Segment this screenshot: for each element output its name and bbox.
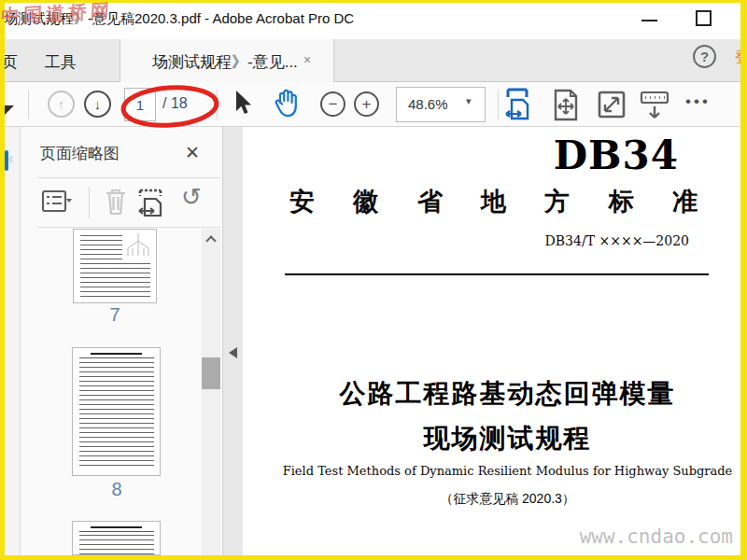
tab-bar: 页 工具 场测试规程》-意见... × [0, 39, 747, 82]
zoom-out-button[interactable]: − [320, 91, 345, 117]
collapse-panel-arrow[interactable] [229, 347, 237, 358]
full-screen-button[interactable] [597, 90, 627, 123]
fit-page-button[interactable] [552, 89, 580, 126]
standard-name-row: 安 徽 省 地 方 标 准 [289, 185, 698, 218]
frame-border [0, 555, 747, 560]
thumbnail-page-content [79, 357, 154, 358]
zoom-level-value: 48.6% [408, 96, 448, 112]
standard-char: 安 [289, 185, 315, 218]
standard-char: 省 [417, 185, 443, 218]
site-watermark-bottom: www.cndao.com [580, 525, 733, 548]
next-page-button[interactable]: ↓ [84, 91, 111, 118]
page-count-label: / 18 [162, 95, 188, 112]
divider [37, 227, 220, 228]
toolbar-separator [28, 90, 29, 119]
delete-pages-icon[interactable] [104, 188, 128, 219]
zoom-level-dropdown[interactable]: 48.6% ▾ [396, 87, 486, 122]
thumbnail-page-8[interactable] [72, 347, 161, 476]
acrobat-window: 场测试规程》-意见稿2020.3.pdf - Adobe Acrobat Pro… [0, 0, 747, 560]
standard-code: DB34 [554, 133, 679, 178]
toolbar-separator [217, 90, 218, 119]
previous-page-button[interactable]: ↑ [48, 91, 75, 118]
more-tools-button[interactable]: ••• [685, 92, 711, 111]
thumbnail-page-7[interactable] [73, 229, 157, 303]
thumbnail-page-content [91, 353, 143, 355]
document-tab-label: 场测试规程》-意见... [152, 51, 298, 73]
rotate-pages-icon[interactable]: ↺ [181, 183, 202, 212]
thumbnail-page-number: 7 [73, 304, 157, 326]
document-tab[interactable]: 场测试规程》-意见... × [120, 39, 334, 82]
divider [285, 273, 709, 275]
close-tab-icon[interactable]: × [303, 52, 311, 67]
thumbnail-page-content [91, 526, 143, 528]
standard-char: 标 [609, 185, 634, 218]
frame-border [0, 0, 5, 560]
document-title-line1: 公路工程路基动态回弹模量 [273, 376, 742, 412]
scroll-up-icon[interactable] [205, 235, 216, 245]
fit-width-button[interactable] [504, 87, 532, 126]
pdf-page: DB34 安 徽 省 地 方 标 准 DB34/T ××××—2020 公路工程… [243, 127, 742, 555]
divider [37, 177, 220, 178]
standard-number: DB34/T ××××—2020 [545, 233, 689, 248]
standard-char: 徽 [353, 185, 378, 218]
thumbnail-page-content [79, 531, 154, 532]
maximize-button[interactable] [696, 10, 712, 26]
zoom-in-button[interactable]: + [354, 91, 379, 117]
thumbnail-diagram [122, 231, 154, 261]
close-panel-icon[interactable]: ✕ [185, 142, 200, 163]
select-tool-icon[interactable] [233, 89, 253, 120]
draft-note: （征求意见稿 2020.3） [273, 491, 742, 508]
hide-toolbar-button[interactable] [639, 89, 670, 126]
help-icon[interactable]: ? [693, 45, 716, 68]
panel-scrollbar[interactable] [202, 229, 220, 555]
divider [89, 187, 90, 218]
panel-title: 页面缩略图 [40, 143, 120, 164]
frame-border [740, 0, 747, 560]
scrollbar-thumb[interactable] [202, 357, 220, 389]
thumbnail-page-content [79, 362, 154, 467]
standard-char: 地 [481, 185, 506, 218]
document-margin [223, 127, 243, 555]
hand-tool-icon[interactable] [273, 88, 301, 123]
thumbnail-page-9[interactable] [72, 521, 161, 555]
document-title-english: Field Test Methods of Dynamic Resilient … [273, 464, 742, 478]
collapse-chevron-icon[interactable]: ‹ [8, 149, 14, 168]
thumbnail-page-content [79, 535, 154, 555]
thumbnail-page-number: 8 [75, 479, 159, 500]
tab-tools[interactable]: 工具 [45, 51, 77, 73]
thumbnail-options-button[interactable] [41, 189, 73, 217]
standard-char: 方 [544, 185, 570, 218]
crop-pages-icon[interactable] [136, 189, 166, 222]
document-title-line2: 现场测试规程 [273, 421, 742, 456]
minimize-button[interactable] [641, 20, 657, 21]
toolbar-separator [498, 90, 499, 119]
standard-char: 准 [672, 185, 698, 218]
page-number-input[interactable] [124, 88, 156, 121]
page-thumbnails-panel: 页面缩略图 ✕ ↺ [21, 127, 223, 555]
nav-pane-strip: ‹ [5, 127, 21, 555]
chevron-down-icon: ▾ [466, 95, 472, 107]
